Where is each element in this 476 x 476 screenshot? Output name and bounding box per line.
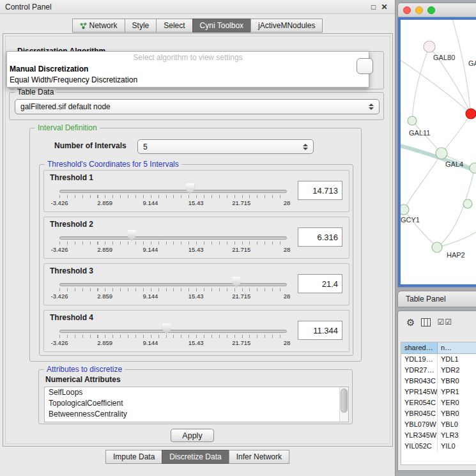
bottom-tab-bar: Impute Data Discretize Data Infer Networ… (0, 450, 395, 464)
threshold-label: Threshold 4 (50, 313, 93, 322)
mac-close-button[interactable] (403, 6, 411, 14)
network-node[interactable] (432, 242, 442, 252)
table-cell: YDL19… (401, 354, 438, 365)
table-row[interactable]: YDL19… YDL1 (401, 354, 476, 365)
table-row[interactable]: YBL079W YBL0 (401, 419, 476, 430)
table-row[interactable]: YBR043C YBR0 (401, 376, 476, 387)
slider-tick-marks (59, 288, 288, 291)
apply-button[interactable]: Apply (171, 429, 214, 442)
table-header-row: shared… n… (401, 342, 476, 354)
network-node-selected[interactable] (466, 109, 476, 119)
threshold-value-field[interactable]: 21.4 (298, 274, 342, 293)
table-row[interactable]: YIL052C YIL0 (401, 441, 476, 452)
slider-track[interactable] (59, 283, 287, 286)
tick-label: 28 (284, 199, 291, 206)
table-cell: YBR0 (438, 376, 476, 387)
network-node[interactable] (401, 204, 409, 215)
threshold-value-field[interactable]: 11.344 (298, 321, 342, 340)
table-cell: YER0 (438, 397, 476, 408)
tick-label: 21.715 (232, 293, 250, 300)
checkbox-columns-icon[interactable]: ☑☑ (437, 318, 452, 326)
network-node[interactable] (470, 163, 476, 173)
tab-select[interactable]: Select (156, 19, 192, 33)
tab-jactivemnodules[interactable]: jActiveMNodules (250, 19, 323, 33)
network-node[interactable] (408, 116, 417, 125)
table-row[interactable]: YDR27… YDR2 (401, 365, 476, 376)
table-cell: YLR345W (401, 430, 438, 441)
numerical-attributes-list[interactable]: SelfLoops TopologicalCoefficient Between… (44, 387, 349, 422)
threshold-value-field[interactable]: 14.713 (298, 181, 342, 200)
tab-label: Network (89, 21, 118, 30)
close-icon[interactable]: ✕ (379, 3, 390, 12)
slider-track[interactable] (59, 236, 287, 240)
attribute-list-item[interactable]: SelfLoops (45, 387, 348, 398)
attributes-group-title: Attributes to discretize (44, 365, 125, 374)
interval-definition-group-title: Interval Definition (35, 123, 100, 132)
table-panel-header[interactable]: Table Panel (397, 291, 476, 307)
slider-tick-marks (59, 195, 288, 198)
tick-label: 9.144 (143, 246, 158, 253)
slider-tick-labels: -3.426 2.859 9.144 15.43 21.715 28 (59, 339, 287, 347)
table-data-selected-value: galFiltered.sif default node (20, 102, 111, 111)
mac-minimize-button[interactable] (415, 6, 423, 14)
algorithm-combobox-fragment[interactable] (357, 58, 373, 74)
desktop: Control Panel □ ✕ Network Style Select C… (0, 0, 476, 476)
network-node[interactable] (463, 199, 472, 208)
tab-label: Cyni Toolbox (200, 21, 243, 30)
float-window-icon[interactable]: □ (368, 3, 379, 12)
combo-stepper-icon (369, 104, 374, 110)
network-tab-icon (80, 22, 87, 29)
tab-style[interactable]: Style (125, 19, 157, 33)
slider-track[interactable] (59, 190, 287, 193)
threshold-panel: Threshold 3 -3.426 2.859 9.144 15.43 21.… (43, 263, 349, 305)
column-header-shared-name[interactable]: shared… (401, 342, 438, 353)
table-row[interactable]: YPR145W YPR1 (401, 387, 476, 397)
threshold-panel: Threshold 1 -3.426 2.859 9.144 15.43 21.… (43, 170, 349, 212)
table-row[interactable]: YLR345W YLR3 (401, 430, 476, 441)
attribute-list-item[interactable]: TopologicalCoefficient (45, 398, 348, 409)
gear-icon[interactable]: ⚙ (406, 318, 415, 327)
algorithm-option-manual-discretization[interactable]: Manual Discretization (7, 64, 369, 75)
network-window-titlebar (398, 3, 476, 17)
network-node[interactable] (436, 148, 447, 159)
table-cell: YER054C (401, 397, 438, 408)
column-header-name[interactable]: n… (438, 342, 476, 353)
scrollbar-thumb[interactable] (341, 388, 348, 413)
tab-label: Style (132, 21, 150, 30)
table-row[interactable]: YBR045C YBR0 (401, 408, 476, 419)
attribute-list-item[interactable]: BetweennessCentrality (45, 409, 348, 420)
network-node[interactable] (424, 41, 435, 52)
number-of-intervals-combobox[interactable]: 5 (137, 139, 314, 154)
tick-label: 28 (284, 293, 291, 300)
tick-label: 2.859 (97, 199, 112, 206)
tab-infer-network[interactable]: Infer Network (229, 450, 289, 464)
algorithm-option-equal-width-frequency[interactable]: Equal Width/Frequency Discretization (7, 75, 369, 86)
mac-zoom-button[interactable] (427, 6, 435, 14)
algorithm-placeholder-option[interactable]: Select algorithm to view settings (7, 52, 369, 64)
table-cell: YDR2 (438, 365, 476, 376)
attributes-group: Attributes to discretize Numerical Attri… (38, 369, 353, 424)
list-scrollbar[interactable] (339, 387, 348, 422)
tab-discretize-data[interactable]: Discretize Data (162, 450, 229, 464)
threshold-label: Threshold 1 (50, 173, 93, 182)
tab-network[interactable]: Network (72, 19, 125, 33)
slider-track[interactable] (59, 330, 287, 333)
combo-stepper-icon (303, 144, 308, 150)
threshold-value-field[interactable]: 6.316 (298, 227, 342, 247)
network-canvas[interactable]: GAL80 GA GAL11 GAL4 GCY1 HAP2 (398, 17, 476, 287)
network-node-label: GA (468, 59, 476, 67)
tick-label: 2.859 (97, 293, 112, 300)
tab-label: Infer Network (236, 452, 282, 461)
network-graph[interactable]: GAL80 GA GAL11 GAL4 GCY1 HAP2 (401, 20, 476, 286)
slider-tick-labels: -3.426 2.859 9.144 15.43 21.715 28 (59, 199, 287, 207)
tab-cyni-toolbox[interactable]: Cyni Toolbox (192, 19, 251, 33)
table-row[interactable]: YER054C YER0 (401, 397, 476, 408)
table-data-combobox[interactable]: galFiltered.sif default node (15, 99, 380, 114)
threshold-panel: Threshold 4 -3.426 2.859 9.144 15.43 21.… (43, 310, 349, 352)
columns-icon[interactable] (421, 318, 431, 326)
table-cell: YBL079W (401, 419, 438, 430)
threshold-label: Threshold 3 (50, 266, 93, 275)
tab-impute-data[interactable]: Impute Data (105, 450, 162, 464)
slider-tick-labels: -3.426 2.859 9.144 15.43 21.715 28 (59, 293, 287, 300)
slider-tick-labels: -3.426 2.859 9.144 15.43 21.715 28 (59, 246, 287, 254)
